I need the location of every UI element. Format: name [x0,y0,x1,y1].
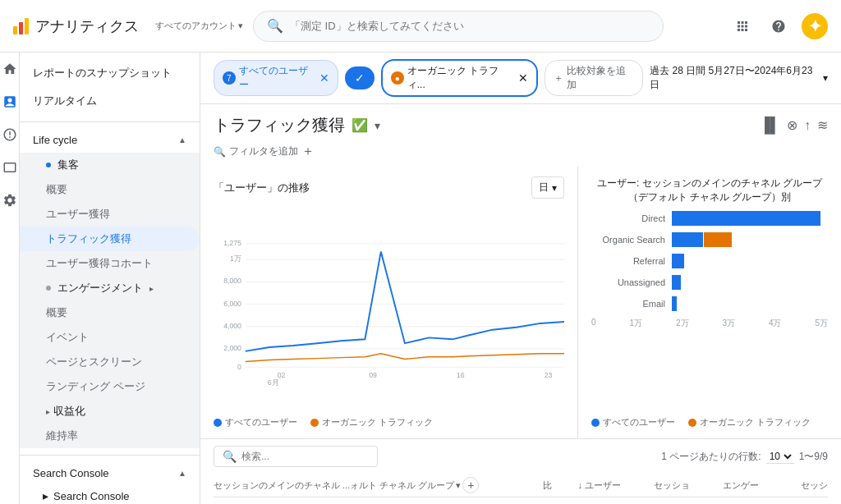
chart-legend: すべてのユーザー オーガニック トラフィック [214,416,564,428]
chevron-up-icon: ▲ [178,135,186,144]
add-comparison-chip[interactable]: ＋ 比較対象を追加 [545,60,643,96]
check-icon: ✓ [355,71,365,85]
col-channel[interactable]: セッションのメインのチャネル ...ォルト チャネル グループ ▾ + [214,477,483,493]
dropdown-icon[interactable]: ▾ [375,119,380,132]
col-engagement[interactable]: エンゲー [693,479,759,492]
table-search-input[interactable] [241,451,369,462]
charts-area: 「ユーザー」の推移 日 ▾ 1,275 1万 8,000 6,000 4,000 [200,167,841,438]
nav-monetization[interactable]: ▸ 収益化 [20,399,200,424]
nav-search-console-section[interactable]: Search Console ▲ [20,462,200,484]
dropdown-icon-2: ▾ [456,480,461,491]
search-input[interactable] [290,20,650,32]
nav-retention[interactable]: 維持率 [20,424,200,448]
app-title: アナリティクス [35,16,139,36]
svg-text:09: 09 [369,371,377,379]
explore-icon[interactable] [0,125,20,144]
legend-all-users: すべてのユーザー [214,416,297,428]
nav-user-cohort[interactable]: ユーザー獲得コホート [20,251,200,276]
chevron-right-icon-3: ▸ [43,489,48,502]
svg-text:6月: 6月 [268,378,279,387]
more-options-icon[interactable]: ≋ [817,117,828,133]
nav-realtime[interactable]: リアルタイム [20,87,200,115]
table-columns: セッションのメインのチャネル ...ォルト チャネル グループ ▾ + 比 ↓ … [214,474,828,497]
settings-icon[interactable]: ⊗ [787,117,797,133]
nav-events[interactable]: イベント [20,325,200,350]
logo: アナリティクス [13,16,139,36]
help-icon[interactable] [765,13,792,39]
chip-close-icon[interactable]: ✕ [319,71,329,85]
bar-axis: 0 1万 2万 3万 4万 5万 [591,318,828,329]
organic-traffic-chip[interactable]: ● オーガニック トラフィ... ✕ [381,59,538,97]
chevron-down-icon: ▾ [823,72,828,84]
advertising-icon[interactable] [0,158,20,177]
chart-toggle-icon[interactable]: ▐▌ [759,117,780,134]
account-selector[interactable]: すべてのアカウント ▾ [155,20,243,32]
bar-row-email: Email [591,296,828,311]
plus-icon-2: ＋ [301,143,315,160]
nav-user-acquisition[interactable]: ユーザー獲得 [20,202,200,227]
bar-legend: すべてのユーザー オーガニック トラフィック [591,416,828,428]
nav-audience[interactable]: 集客 [20,153,200,177]
home-icon[interactable] [0,59,20,79]
plus-icon: 🔍 [214,146,226,158]
nav-engagement-overview[interactable]: 概要 [20,300,200,325]
line-chart-svg: 1,275 1万 8,000 6,000 4,000 2,000 0 [214,205,564,410]
add-filter-btn[interactable]: 🔍 フィルタを追加 ＋ [214,143,828,160]
svg-text:4,000: 4,000 [223,322,241,330]
apps-icon[interactable] [729,13,756,39]
nav-traffic-acquisition[interactable]: トラフィック獲得 [20,227,200,251]
chart-header: 「ユーザー」の推移 日 ▾ [214,176,564,199]
toggle-switch-chip[interactable]: ✓ [345,66,375,89]
nav-divider-2 [20,455,200,456]
verified-icon: ✅ [352,117,368,133]
svg-text:1万: 1万 [230,254,241,263]
svg-text:1,275: 1,275 [223,239,241,247]
line-chart: 1,275 1万 8,000 6,000 4,000 2,000 0 [214,205,564,410]
nav-pages-screens[interactable]: ページとスクリーン [20,350,200,374]
global-search[interactable]: 🔍 [253,11,664,42]
chip-close-icon-2[interactable]: ✕ [518,71,528,85]
rows-per-page: 1 ページあたりの行数: 10 25 50 1〜9/9 [661,450,828,464]
svg-text:23: 23 [545,371,553,379]
period-selector[interactable]: 日 ▾ [531,176,564,199]
svg-text:0: 0 [237,363,241,371]
search-icon: 🔍 [267,18,283,34]
col-users[interactable]: ↓ ユーザー [555,479,621,492]
bar-row-direct: Direct [591,211,828,226]
rows-select[interactable]: 10 25 50 [766,450,794,464]
nav-landing-pages[interactable]: ランディング ページ [20,374,200,399]
table-search-row: 🔍 1 ページあたりの行数: 10 25 50 1〜9/9 [214,446,828,467]
reports-icon[interactable] [0,92,20,112]
share-icon[interactable]: ↑ [804,118,811,133]
bar-chart: Direct Organic Search [591,211,828,410]
nav-snapshot[interactable]: レポートのスナップショット [20,59,200,87]
table-search[interactable]: 🔍 [214,446,378,467]
page-info: 1〜9/9 [799,450,828,464]
bar-chart-title: ユーザー: セッションのメインのチャネル グループ（デフォルト チャネル グルー… [591,176,828,204]
chevron-down-icon-2: ▾ [552,182,557,194]
bar-row-referral: Referral [591,254,828,268]
nav-engagement[interactable]: エンゲージメント ▸ [20,276,200,300]
bar-row-unassigned: Unassigned [591,275,828,290]
date-range-picker[interactable]: 過去 28 日間 5月27日〜2024年6月23日 ▾ [650,64,828,92]
add-filter-bar: 🔍 フィルタを追加 ＋ [200,140,841,167]
nav-audience-overview[interactable]: 概要 [20,177,200,202]
main-content: 7 すべてのユーザー ✕ ✓ ● オーガニック トラフィ... ✕ ＋ 比較対象… [200,53,841,504]
logo-bar-1 [13,26,17,34]
logo-icon [13,18,29,34]
add-button[interactable]: ✦ [802,13,828,39]
logo-bar-3 [25,18,29,34]
add-col-btn[interactable]: + [462,477,479,493]
configure-icon[interactable] [0,190,20,210]
col-compare[interactable]: 比 [486,479,552,492]
col-sessions[interactable]: セッショ [624,479,690,492]
nav-search-console-item[interactable]: ▸ Search Console [20,484,200,504]
bar-row-organic: Organic Search [591,232,828,247]
col-sessions2[interactable]: セッシ [762,479,828,492]
legend-organic: オーガニック トラフィック [310,416,433,428]
page-title-bar: トラフィック獲得 ✅ ▾ ▐▌ ⊗ ↑ ≋ [200,104,841,140]
logo-bar-2 [19,22,23,34]
all-users-chip[interactable]: 7 すべてのユーザー ✕ [214,60,338,96]
chevron-right-icon: ▸ [149,284,154,293]
nav-lifecycle[interactable]: Life cycle ▲ [20,129,200,151]
